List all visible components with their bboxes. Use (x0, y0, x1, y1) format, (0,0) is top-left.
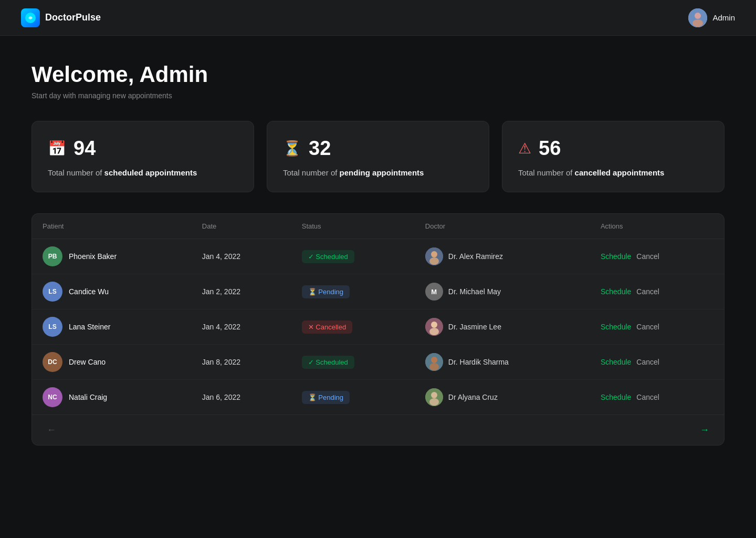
appointments-table: Patient Date Status Doctor Actions PB Ph… (32, 214, 724, 415)
cancel-button[interactable]: Cancel (636, 320, 659, 333)
table-header: Patient Date Status Doctor Actions (32, 214, 724, 239)
stat-card-cancelled: ⚠ 56 Total number of cancelled appointme… (502, 121, 724, 192)
patient-avatar: LS (43, 282, 62, 302)
scheduled-count: 94 (74, 137, 96, 160)
patient-name: Candice Wu (69, 287, 109, 296)
patient-name: Lana Steiner (69, 323, 110, 331)
warning-icon: ⚠ (518, 140, 531, 157)
doctor-name: Dr Alyana Cruz (448, 393, 498, 401)
doctor-cell: Dr Alyana Cruz (425, 388, 580, 406)
col-actions: Actions (590, 214, 724, 239)
stat-card-pending: ⏳ 32 Total number of pending appointment… (267, 121, 489, 192)
schedule-button[interactable]: Schedule (601, 391, 631, 404)
appointment-date: Jan 2, 2022 (192, 274, 291, 309)
cancelled-count: 56 (539, 137, 561, 160)
appointment-date: Jan 4, 2022 (192, 239, 291, 274)
doctor-name: Dr. Hardik Sharma (448, 358, 509, 366)
svg-point-6 (429, 257, 439, 265)
pagination: ← → (32, 415, 724, 445)
appointments-table-container: Patient Date Status Doctor Actions PB Ph… (32, 213, 724, 446)
schedule-button[interactable]: Schedule (601, 320, 631, 333)
hourglass-icon: ⏳ (283, 140, 301, 157)
actions-cell: Schedule Cancel (601, 356, 713, 368)
svg-point-8 (431, 322, 437, 328)
doctor-name: Dr. Alex Ramirez (448, 252, 503, 261)
table-row: LS Lana Steiner Jan 4, 2022 ✕ Cancelled … (32, 309, 724, 345)
patient-name: Natali Craig (69, 393, 107, 401)
svg-point-2 (695, 13, 701, 19)
patient-cell: LS Candice Wu (43, 282, 181, 302)
cancelled-label: Total number of cancelled appointments (518, 168, 708, 177)
doctor-name: Dr. Michael May (448, 287, 501, 296)
app-name: DoctorPulse (45, 12, 101, 23)
cancel-button[interactable]: Cancel (636, 391, 659, 404)
main-content: Welcome, Admin Start day with managing n… (0, 36, 756, 467)
svg-point-5 (431, 251, 437, 257)
doctor-cell: M Dr. Michael May (425, 283, 580, 301)
calendar-icon: 📅 (48, 140, 66, 157)
actions-cell: Schedule Cancel (601, 391, 713, 404)
stat-card-scheduled: 📅 94 Total number of scheduled appointme… (32, 121, 254, 192)
pending-count: 32 (309, 137, 331, 160)
patient-cell: PB Phoenix Baker (43, 246, 181, 266)
table-row: PB Phoenix Baker Jan 4, 2022 ✓ Scheduled… (32, 239, 724, 274)
patient-avatar: LS (43, 317, 62, 337)
cancel-button[interactable]: Cancel (636, 250, 659, 263)
status-badge: ✕ Cancelled (302, 320, 352, 334)
admin-name: Admin (712, 13, 735, 22)
next-page-button[interactable]: → (696, 422, 713, 438)
status-badge: ✓ Scheduled (302, 250, 354, 263)
patient-name: Phoenix Baker (69, 252, 117, 261)
header: DoctorPulse Admin (0, 0, 756, 36)
patient-cell: NC Natali Craig (43, 387, 181, 407)
svg-point-3 (692, 19, 703, 27)
col-date: Date (192, 214, 291, 239)
doctor-name: Dr. Jasmine Lee (448, 323, 501, 331)
table-row: NC Natali Craig Jan 6, 2022 ⏳ Pending Dr… (32, 380, 724, 415)
doctor-cell: Dr. Alex Ramirez (425, 247, 580, 265)
schedule-button[interactable]: Schedule (601, 285, 631, 298)
svg-point-15 (429, 398, 439, 406)
cancel-button[interactable]: Cancel (636, 356, 659, 368)
app-logo-icon (21, 8, 40, 27)
schedule-button[interactable]: Schedule (601, 250, 631, 263)
schedule-button[interactable]: Schedule (601, 356, 631, 368)
stat-cards: 📅 94 Total number of scheduled appointme… (32, 121, 724, 192)
patient-avatar: NC (43, 387, 62, 407)
appointment-date: Jan 6, 2022 (192, 380, 291, 415)
svg-point-11 (431, 357, 437, 363)
logo-area: DoctorPulse (21, 8, 101, 27)
doctor-cell: Dr. Hardik Sharma (425, 353, 580, 371)
table-row: LS Candice Wu Jan 2, 2022 ⏳ Pending M Dr… (32, 274, 724, 309)
svg-point-9 (429, 328, 439, 335)
patient-avatar: PB (43, 246, 62, 266)
col-patient: Patient (32, 214, 192, 239)
avatar (688, 8, 707, 27)
svg-point-12 (429, 363, 439, 370)
prev-page-button[interactable]: ← (43, 422, 60, 438)
status-badge: ✓ Scheduled (302, 356, 354, 369)
welcome-subtitle: Start day with managing new appointments (32, 91, 724, 100)
cancel-button[interactable]: Cancel (636, 285, 659, 298)
col-doctor: Doctor (415, 214, 590, 239)
appointment-date: Jan 8, 2022 (192, 345, 291, 380)
patient-avatar: DC (43, 352, 62, 372)
patient-cell: DC Drew Cano (43, 352, 181, 372)
admin-area: Admin (688, 8, 735, 27)
col-status: Status (291, 214, 415, 239)
actions-cell: Schedule Cancel (601, 250, 713, 263)
welcome-title: Welcome, Admin (32, 62, 724, 87)
actions-cell: Schedule Cancel (601, 285, 713, 298)
pending-label: Total number of pending appointments (283, 168, 473, 177)
appointment-date: Jan 4, 2022 (192, 309, 291, 345)
status-badge: ⏳ Pending (302, 285, 350, 298)
scheduled-label: Total number of scheduled appointments (48, 168, 238, 177)
svg-point-14 (431, 392, 437, 398)
table-row: DC Drew Cano Jan 8, 2022 ✓ Scheduled Dr.… (32, 345, 724, 380)
doctor-cell: Dr. Jasmine Lee (425, 318, 580, 336)
status-badge: ⏳ Pending (302, 391, 350, 404)
table-body: PB Phoenix Baker Jan 4, 2022 ✓ Scheduled… (32, 239, 724, 415)
patient-cell: LS Lana Steiner (43, 317, 181, 337)
patient-name: Drew Cano (69, 358, 106, 366)
actions-cell: Schedule Cancel (601, 320, 713, 333)
